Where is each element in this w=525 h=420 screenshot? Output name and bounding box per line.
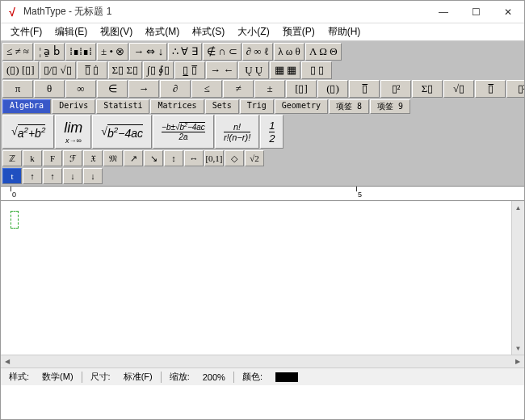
menu-item[interactable]: 视图(V) (94, 23, 139, 40)
palette-button[interactable]: 𝔛 (83, 150, 103, 166)
status-zoom-value[interactable]: 200% (198, 372, 230, 382)
palette-button[interactable]: ∈ (97, 80, 128, 98)
menu-item[interactable]: 大小(Z) (231, 23, 275, 40)
tab-derivs[interactable]: Derivs (52, 99, 95, 114)
palette-button[interactable]: ↘ (144, 150, 163, 166)
palette-button[interactable]: → ⇔ ↓ (129, 43, 167, 61)
palette-button[interactable]: ℱ (63, 150, 82, 166)
palette-button[interactable]: ≤ ≠ ≈ (2, 43, 33, 61)
palette-button[interactable]: ▯̅ (349, 80, 380, 98)
palette-button[interactable]: ∞ (65, 80, 96, 98)
palette-button[interactable]: F (43, 150, 62, 166)
palette-button[interactable]: ▯ ▯ (301, 61, 332, 79)
palette-button[interactable]: ◇ (225, 150, 244, 166)
palette-button[interactable]: √2 (245, 150, 264, 166)
template-tabs: AlgebraDerivsStatistiMatricesSetsTrigGeo… (2, 99, 523, 114)
insertion-cursor (10, 211, 19, 229)
menu-item[interactable]: 编辑(E) (48, 23, 94, 40)
scroll-down-icon[interactable]: ▼ (512, 342, 524, 355)
palette-button[interactable]: ℤ (2, 150, 22, 166)
ruler-label: 5 (358, 191, 362, 199)
scroll-right-icon[interactable]: ▶ (511, 358, 524, 365)
status-color-swatch[interactable] (271, 372, 303, 382)
menu-item[interactable]: 文件(F) (4, 23, 48, 40)
template-button[interactable]: 12 (260, 115, 284, 149)
palette-button[interactable]: ▯̲ ▯̅ (174, 61, 205, 79)
menu-bar: 文件(F)编辑(E)视图(V)格式(M)样式(S)大小(Z)预置(P)帮助(H) (1, 23, 524, 41)
toggle-button[interactable]: ↓ (83, 168, 103, 184)
equation-editor[interactable]: ▲ ▼ (1, 201, 524, 355)
tab-statisti[interactable]: Statisti (96, 99, 149, 114)
ruler[interactable]: 05 (1, 187, 524, 201)
palette-button[interactable]: ≠ (223, 80, 254, 98)
tab-项签 9[interactable]: 项签 9 (370, 99, 410, 114)
palette-button[interactable]: ∂ ∞ ℓ (242, 43, 273, 61)
tab-项签 8[interactable]: 项签 8 (329, 99, 369, 114)
status-size-value[interactable]: 标准(F) (119, 371, 158, 383)
palette-button[interactable]: Ų Ų (238, 61, 269, 79)
menu-item[interactable]: 样式(S) (186, 23, 231, 40)
palette-button[interactable]: ⁞∎⁞∎⁞ (65, 43, 96, 61)
template-button[interactable]: limx→∞ (55, 115, 91, 149)
menu-item[interactable]: 格式(M) (139, 23, 186, 40)
palette-button[interactable]: ↔ (184, 150, 204, 166)
palette-button[interactable]: 𝔐 (103, 150, 123, 166)
palette-button[interactable]: π (2, 80, 33, 98)
palette-button[interactable]: ≤ (191, 80, 222, 98)
palette-button[interactable]: Σ▯ Σ▯ (108, 61, 142, 79)
palette-button[interactable]: ▦ ▦ (270, 61, 300, 79)
menu-item[interactable]: 帮助(H) (321, 23, 368, 40)
toggle-button[interactable]: ↑ (23, 168, 42, 184)
maximize-button[interactable]: ☐ (460, 1, 492, 23)
toolbar-area: ≤ ≠ ≈¦ a̱ ḃ⁞∎⁞∎⁞± • ⊗→ ⇔ ↓∴ ∀ ∃∉ ∩ ⊂∂ ∞ … (1, 41, 524, 187)
palette-button[interactable]: k (23, 150, 42, 166)
palette-button[interactable]: ▯² (380, 80, 411, 98)
tab-trig[interactable]: Trig (240, 99, 274, 114)
palette-button[interactable]: ▯² (506, 80, 525, 98)
palette-button[interactable]: Λ Ω Θ (305, 43, 342, 61)
palette-button[interactable]: ↕ (164, 150, 183, 166)
vertical-scrollbar[interactable]: ▲ ▼ (511, 201, 524, 355)
palette-button[interactable]: θ (34, 80, 65, 98)
palette-button[interactable]: ↗ (124, 150, 143, 166)
palette-button[interactable]: ▯̅ (475, 80, 506, 98)
palette-button[interactable]: ∉ ∩ ⊂ (203, 43, 242, 61)
palette-button[interactable]: ∫▯ ∮▯ (143, 61, 174, 79)
palette-button[interactable]: (▯) [▯] (2, 61, 39, 79)
palette-button[interactable]: ± • ⊗ (97, 43, 128, 61)
template-button[interactable]: n!r!(n−r)! (215, 115, 259, 149)
toggle-button[interactable]: ↑ (43, 168, 62, 184)
palette-button[interactable]: ∂ (160, 80, 191, 98)
tab-geometry[interactable]: Geometry (275, 99, 328, 114)
palette-button[interactable]: → (128, 80, 159, 98)
tab-algebra[interactable]: Algebra (2, 99, 51, 114)
palette-button[interactable]: λ ω θ (274, 43, 304, 61)
palette-button[interactable]: ▯/▯ √▯ (40, 61, 76, 79)
status-style-value[interactable]: 数学(M) (37, 371, 78, 383)
palette-button[interactable]: ± (254, 80, 285, 98)
palette-button[interactable]: ¦ a̱ ḃ (34, 43, 65, 61)
tab-sets[interactable]: Sets (205, 99, 239, 114)
template-button[interactable]: √b2−4ac (92, 115, 152, 149)
toggle-button[interactable]: t (2, 168, 22, 184)
toggle-button[interactable]: ↓ (63, 168, 82, 184)
scroll-left-icon[interactable]: ◀ (1, 358, 14, 365)
scroll-up-icon[interactable]: ▲ (512, 201, 524, 214)
template-button[interactable]: √a2+b2 (2, 115, 54, 149)
menu-item[interactable]: 预置(P) (276, 23, 321, 40)
app-icon: √ (6, 6, 19, 19)
tab-matrices[interactable]: Matrices (150, 99, 204, 114)
close-button[interactable]: ✕ (492, 1, 524, 23)
horizontal-scrollbar[interactable]: ◀ ▶ (1, 355, 524, 368)
palette-button[interactable]: ∴ ∀ ∃ (168, 43, 202, 61)
palette-button[interactable]: √▯ (443, 80, 474, 98)
palette-button[interactable]: Σ▯ (412, 80, 443, 98)
palette-button[interactable]: (▯) (317, 80, 348, 98)
palette-button[interactable]: [0,1] (204, 150, 224, 166)
minimize-button[interactable]: — (427, 1, 460, 23)
palette-button[interactable]: ▯̅ ▯̇ (77, 61, 107, 79)
palette-button[interactable]: → ← (206, 61, 237, 79)
template-button[interactable]: −b±√b2−4ac2a (153, 115, 214, 149)
status-style-label: 样式: (4, 371, 34, 383)
palette-button[interactable]: [▯] (286, 80, 317, 98)
